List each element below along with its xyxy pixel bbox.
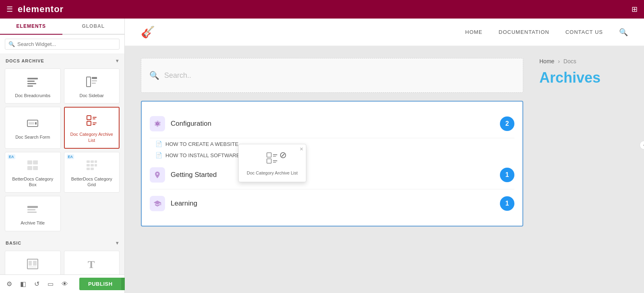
nav-contact-us[interactable]: CONTACT US	[566, 29, 603, 35]
publish-button-wrap: PUBLISH ▾	[79, 278, 131, 290]
svg-rect-26	[95, 164, 97, 166]
bottom-toolbar: ⚙ ◧ ↺ ▭ 👁 PUBLISH ▾	[0, 274, 124, 293]
svg-rect-11	[87, 116, 91, 120]
sub-item-0[interactable]: 📄 HOW TO CREATE A WEBSITE	[150, 138, 514, 150]
category-getting-started[interactable]: Getting Started 1	[150, 161, 514, 189]
tab-elements[interactable]: ELEMENTS	[0, 19, 62, 35]
sidebar-tabs: ELEMENTS GLOBAL	[0, 19, 124, 35]
nav-home[interactable]: HOME	[465, 29, 483, 35]
archive-list-icon	[85, 114, 98, 129]
svg-rect-31	[27, 212, 37, 213]
responsive-icon[interactable]: ▭	[46, 278, 55, 289]
svg-rect-6	[92, 80, 97, 81]
search-box-section: 🔍 Search..	[141, 58, 523, 93]
archive-title-icon	[26, 203, 39, 218]
doc-icon: 📄	[155, 152, 162, 158]
site-nav: 🎸 HOME DOCUMENTATION CONTACT US 🔍	[125, 19, 644, 46]
widget-search-container: 🔍	[0, 35, 124, 54]
svg-rect-34	[33, 261, 37, 266]
basic-widgets: Inner Section T Heading	[0, 249, 124, 274]
search-form-icon	[26, 117, 39, 132]
svg-rect-13	[93, 117, 97, 118]
section-basic-label: BASIC	[6, 241, 21, 245]
content-scroll: 🔍 Search..	[125, 46, 644, 293]
category-box-icon	[26, 159, 39, 174]
layers-icon[interactable]: ◧	[19, 278, 28, 289]
widget-doc-search-form[interactable]: ✕ Doc Search Form	[5, 107, 61, 149]
svg-rect-18	[33, 160, 38, 164]
floating-widget-icon	[265, 151, 279, 168]
search-input[interactable]	[17, 41, 116, 47]
category-name-configuration: Configuration	[171, 120, 500, 128]
section-basic[interactable]: BASIC ▾	[0, 236, 124, 249]
site-logo: 🎸	[141, 25, 155, 39]
svg-rect-42	[273, 162, 276, 163]
svg-rect-38	[267, 159, 271, 163]
breadcrumb-separator: ›	[558, 58, 560, 64]
svg-rect-41	[273, 160, 277, 161]
widget-heading[interactable]: T Heading	[64, 251, 120, 274]
category-learning[interactable]: Learning 1	[150, 189, 514, 218]
category-grid-icon	[85, 159, 98, 174]
top-bar: ☰ elementor ⊞	[0, 0, 644, 19]
content-sidebar: Home › Docs Archives	[539, 58, 628, 281]
search-area-icon: 🔍	[149, 71, 159, 80]
svg-rect-35	[29, 266, 37, 268]
main-layout: ELEMENTS GLOBAL 🔍 DOCS ARCHIVE ▾ ✕	[0, 19, 644, 293]
svg-rect-1	[27, 81, 35, 82]
svg-rect-3	[27, 85, 33, 87]
nav-documentation[interactable]: DOCUMENTATION	[499, 29, 549, 35]
hamburger-icon[interactable]: ☰	[6, 5, 13, 14]
section-docs-archive-label: DOCS ARCHIVE	[6, 58, 44, 63]
widget-doc-breadcrumbs-label: Doc Breadcrumbs	[15, 93, 50, 98]
svg-rect-0	[27, 78, 38, 79]
category-configuration[interactable]: Configuration 2	[150, 110, 514, 138]
svg-rect-2	[27, 83, 36, 84]
widget-doc-breadcrumbs[interactable]: ✕ Doc Breadcrumbs	[5, 69, 61, 104]
archive-list-inner: Configuration 2 📄 HOW TO CREATE A WEBSIT…	[142, 102, 522, 226]
eye-icon[interactable]: 👁	[60, 279, 70, 289]
history-icon[interactable]: ↺	[33, 278, 41, 289]
widgets-panel: DOCS ARCHIVE ▾ ✕ Doc Breadcrumbs	[0, 54, 124, 274]
breadcrumb-home[interactable]: Home	[539, 58, 554, 64]
sidebar: ELEMENTS GLOBAL 🔍 DOCS ARCHIVE ▾ ✕	[0, 19, 125, 293]
category-icon-learning	[150, 196, 165, 211]
section-docs-archive[interactable]: DOCS ARCHIVE ▾	[0, 54, 124, 67]
docs-archive-widgets: ✕ Doc Breadcrumbs ✕	[0, 67, 124, 236]
widget-archive-title[interactable]: Archive Title	[5, 196, 61, 231]
widget-betterdocs-category-grid[interactable]: EA BetterDocs Category	[64, 152, 120, 193]
svg-rect-33	[29, 261, 32, 266]
ea-badge: EA	[67, 154, 74, 159]
sub-item-text: HOW TO CREATE A WEBSITE	[165, 141, 238, 147]
sub-item-1[interactable]: 📄 HOW TO INSTALL SOFTWARE ON YOUR PC	[150, 150, 514, 161]
nav-search-icon[interactable]: 🔍	[619, 28, 628, 37]
svg-rect-15	[93, 123, 97, 123]
svg-rect-27	[87, 168, 90, 170]
widget-inner-section[interactable]: Inner Section	[5, 251, 61, 274]
svg-rect-28	[91, 168, 94, 170]
breadcrumb-current: Docs	[564, 58, 576, 64]
tab-global[interactable]: GLOBAL	[62, 19, 125, 35]
chevron-down-icon: ▾	[116, 58, 119, 64]
svg-rect-37	[267, 153, 271, 157]
floating-delete-icon[interactable]: ✕	[299, 146, 303, 152]
content-main: 🔍 Search..	[141, 58, 523, 281]
ea-badge: EA	[8, 154, 15, 159]
category-icon-getting-started	[150, 167, 165, 183]
category-name-getting-started: Getting Started	[171, 171, 500, 179]
logo-icon: 🎸	[141, 26, 155, 38]
svg-rect-21	[87, 160, 90, 163]
grid-icon[interactable]: ⊞	[632, 5, 638, 14]
widget-doc-sidebar-label: Doc Sidebar	[79, 93, 104, 98]
widget-betterdocs-category-box[interactable]: EA BetterDocs Category Box	[5, 152, 61, 193]
settings-icon[interactable]: ⚙	[5, 278, 14, 289]
svg-rect-17	[27, 160, 32, 164]
category-name-learning: Learning	[171, 199, 500, 208]
publish-button[interactable]: PUBLISH	[79, 278, 122, 290]
widget-doc-sidebar[interactable]: ✕ Doc Sidebar	[64, 69, 120, 104]
svg-rect-9	[29, 122, 34, 125]
widget-doc-category-archive-list[interactable]: ✕ Doc Category Archive List	[64, 107, 120, 149]
svg-rect-20	[33, 166, 38, 170]
heading-icon: T	[85, 258, 98, 272]
widget-betterdocs-category-grid-label: BetterDocs Category Grid	[68, 176, 116, 188]
